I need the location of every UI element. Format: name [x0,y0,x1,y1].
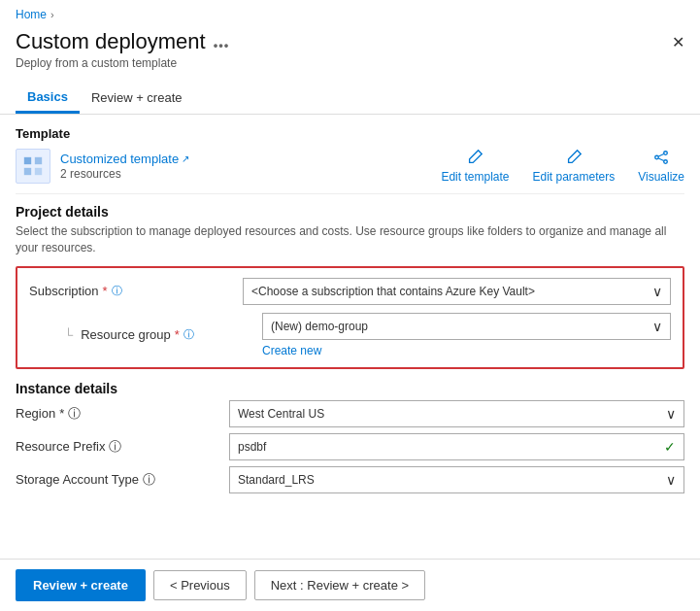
breadcrumb-separator: › [50,9,54,20]
more-options-button[interactable]: ••• [214,38,230,52]
resource-prefix-info-icon[interactable]: ⓘ [109,438,121,456]
storage-account-dropdown[interactable]: Standard_LRS ∨ [229,466,684,493]
region-row: Region * ⓘ West Central US ∨ [16,400,684,427]
subscription-info-icon[interactable]: ⓘ [112,284,122,298]
storage-account-field-value: Standard_LRS ∨ [229,466,684,493]
resource-prefix-row: Resource Prefix ⓘ psdbf ✓ [16,433,684,460]
template-section-label: Template [16,126,684,141]
edit-parameters-button[interactable]: Edit parameters [532,149,615,184]
edit-template-button[interactable]: Edit template [441,149,509,184]
svg-point-6 [664,160,668,164]
tabs-container: Basics Review + create [0,82,700,115]
template-row: Customized template ↗ 2 resources Edit t… [16,149,684,184]
template-text: Customized template ↗ 2 resources [60,152,189,181]
svg-rect-2 [24,168,31,175]
previous-button[interactable]: < Previous [153,570,247,600]
resource-prefix-label: Resource Prefix ⓘ [16,438,229,456]
instance-details-title: Instance details [16,381,684,396]
region-dropdown[interactable]: West Central US ∨ [229,400,684,427]
resource-group-dropdown[interactable]: (New) demo-group ∨ [262,313,671,340]
instance-details-section: Instance details Region * ⓘ West Central… [16,381,684,493]
edit-parameters-icon [565,149,583,166]
next-button[interactable]: Next : Review + create > [254,570,425,600]
subscription-field-value: <Choose a subscription that contains Azu… [243,278,671,305]
svg-point-4 [655,155,659,159]
region-info-icon[interactable]: ⓘ [68,405,81,423]
project-details-desc: Select the subscription to manage deploy… [16,223,684,256]
storage-account-label: Storage Account Type ⓘ [16,471,229,489]
create-new-link[interactable]: Create new [262,344,671,357]
storage-account-info-icon[interactable]: ⓘ [143,471,155,489]
visualize-icon [652,149,670,166]
page: Home › Custom deployment ••• Deploy from… [0,0,700,611]
page-subtitle: Deploy from a custom template [16,56,229,70]
svg-point-5 [664,152,668,155]
template-actions: Edit template Edit parameters [441,149,684,184]
external-link-icon: ↗ [182,153,189,164]
resource-group-field-value: (New) demo-group ∨ Create new [262,313,671,357]
resource-prefix-field-value: psdbf ✓ [229,433,684,460]
resource-group-chevron-icon: ∨ [652,319,662,334]
review-create-button[interactable]: Review + create [16,569,146,601]
page-header: Custom deployment ••• Deploy from a cust… [0,25,700,78]
resource-group-label: └ Resource group * ⓘ [49,327,262,342]
visualize-button[interactable]: Visualize [638,149,684,184]
subscription-required: * [103,284,108,298]
svg-rect-1 [35,157,42,164]
subscription-row: Subscription * ⓘ <Choose a subscription … [29,278,671,305]
subscription-dropdown[interactable]: <Choose a subscription that contains Azu… [243,278,671,305]
region-label: Region * ⓘ [16,405,229,423]
resource-prefix-dropdown[interactable]: psdbf ✓ [229,433,684,460]
svg-rect-3 [35,168,42,175]
tab-review-create[interactable]: Review + create [80,82,194,114]
tab-basics[interactable]: Basics [16,82,80,114]
project-details-title: Project details [16,204,684,220]
resource-group-required: * [175,327,180,342]
template-grid-icon [22,155,44,177]
divider-1 [16,193,684,194]
region-field-value: West Central US ∨ [229,400,684,427]
template-link[interactable]: Customized template ↗ [60,152,189,166]
template-info: Customized template ↗ 2 resources [16,149,189,184]
region-required: * [59,406,64,421]
storage-account-chevron-icon: ∨ [666,472,676,488]
header-left: Custom deployment ••• Deploy from a cust… [16,29,229,70]
resource-group-row: └ Resource group * ⓘ (New) demo-group ∨ … [29,313,671,357]
storage-account-row: Storage Account Type ⓘ Standard_LRS ∨ [16,466,684,493]
project-details-form: Subscription * ⓘ <Choose a subscription … [16,266,684,369]
close-button[interactable]: ✕ [672,33,684,51]
svg-line-8 [658,158,663,161]
page-title: Custom deployment ••• [16,29,229,54]
breadcrumb-home[interactable]: Home [16,8,47,21]
template-resources: 2 resources [60,167,189,181]
content-area: Template Customized template ↗ [0,115,700,511]
subscription-label: Subscription * ⓘ [29,284,243,298]
subscription-chevron-icon: ∨ [652,284,662,299]
resource-prefix-check-icon: ✓ [664,439,676,455]
breadcrumb: Home › [0,0,700,25]
resource-group-info-icon[interactable]: ⓘ [183,327,194,342]
region-chevron-icon: ∨ [666,406,676,422]
bottom-bar: Review + create < Previous Next : Review… [0,559,700,611]
svg-line-7 [658,153,663,156]
template-icon [16,149,50,184]
edit-template-icon [466,149,483,166]
svg-rect-0 [24,157,31,164]
